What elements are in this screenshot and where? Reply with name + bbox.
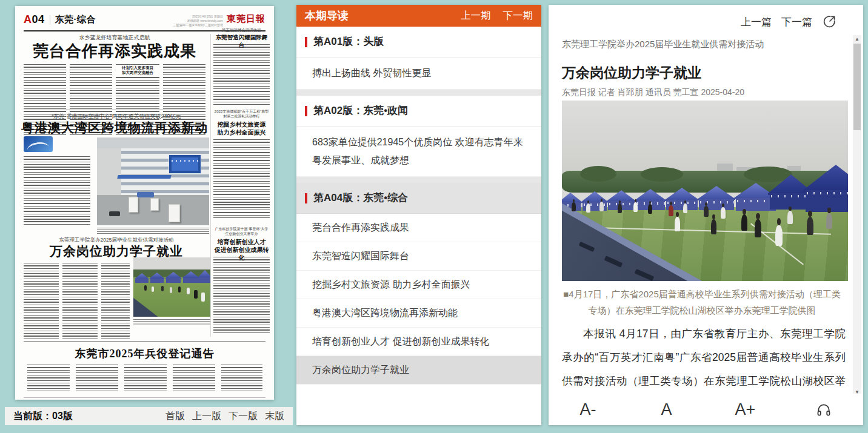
headline-line: 挖掘乡村文旅资源 xyxy=(218,121,266,128)
side3-kicker: 广东科技学院第十届“攀登杯”大学生创新创业大赛举办 xyxy=(213,226,270,236)
person-figure xyxy=(152,286,154,292)
body-text-block xyxy=(101,263,130,342)
person-figure xyxy=(194,290,198,299)
article1-headline[interactable]: 莞台合作再添实践成果 xyxy=(24,41,205,62)
person-figure xyxy=(161,286,164,291)
side1-kicker: 第五届消博会圆满收官 xyxy=(213,28,270,33)
article3-photo xyxy=(133,257,210,317)
article-photo xyxy=(562,101,848,281)
next-page-link[interactable]: 下一版 xyxy=(229,410,258,423)
last-page-link[interactable]: 末版 xyxy=(265,410,284,423)
photo-truck xyxy=(129,197,138,213)
photo-building-wing xyxy=(97,148,122,197)
photo-caption: ■4月17日，广东省2025届普通高校毕业生系列供需对接活动（理工类专场）在东莞… xyxy=(562,286,842,319)
newspaper-page-preview[interactable]: A04 东莞·综合 2025年4月20日 星期日 发稿邮箱 www.timedg… xyxy=(15,6,274,400)
date-line: 三版编辑/二版发布校对/三版校对整理 xyxy=(173,23,223,27)
photo-truck xyxy=(169,204,180,222)
section-header-a04[interactable]: 第A04版：东莞•综合 xyxy=(296,183,541,214)
font-smaller-button[interactable]: A- xyxy=(549,394,627,425)
section-header-a01[interactable]: 第A01版：头版 xyxy=(296,27,541,58)
photo-car xyxy=(109,211,120,216)
toc-article-item[interactable]: 东莞智造闪耀国际舞台 xyxy=(296,242,541,271)
person-figure xyxy=(787,211,793,224)
red-bar-icon xyxy=(305,193,307,203)
toc-article-item[interactable]: 莞台合作再添实践成果 xyxy=(296,214,541,242)
toc-article-item[interactable]: 培育创新创业人才 促进创新创业成果转化 xyxy=(296,328,541,356)
date-line: 2025年4月20日 星期日 xyxy=(173,15,223,19)
notice-headline[interactable]: 东莞市2025年兵役登记通告 xyxy=(24,346,265,361)
person-figure xyxy=(721,207,726,219)
subhead-line: 加大两岸交流融合 xyxy=(122,70,153,74)
header-divider xyxy=(50,15,50,25)
body-text-block xyxy=(213,257,270,333)
person-figure xyxy=(807,217,813,235)
person-figure xyxy=(683,203,687,213)
billboard-panel xyxy=(172,157,198,171)
article2-photo xyxy=(97,137,209,225)
person-figure xyxy=(618,203,622,213)
logistics-badge-graphic xyxy=(24,136,53,152)
toc-article-item[interactable]: 683家单位提供21945个优质岗位 欢迎有志青年来粤发展事业、成就梦想 xyxy=(296,127,541,177)
section-gap xyxy=(296,90,541,96)
side2-kicker: 2025文旅体赋能“百千万工程”典型村第二批巡礼活动举行 xyxy=(213,109,270,119)
page-code-number: 04 xyxy=(32,13,45,26)
person-figure xyxy=(826,213,832,229)
article-title: 万余岗位助力学子就业 xyxy=(562,64,701,82)
issue-guide-header: 本期导读 上一期 下一期 xyxy=(296,5,541,27)
person-figure xyxy=(675,217,680,231)
article-reader-panel: 上一篇 下一篇 东莞理工学院举办2025届毕业生就业供需对接活动 万余岗位助力学… xyxy=(549,5,863,425)
date-line: 发稿邮箱 www.timedg.com xyxy=(173,19,223,23)
toc-article-item[interactable]: 挖掘乡村文旅资源 助力乡村全面振兴 xyxy=(296,271,541,299)
person-figure xyxy=(586,203,590,213)
scrollbar-thumb[interactable] xyxy=(853,44,861,130)
scroll-up-arrow[interactable]: ▲ xyxy=(853,35,861,43)
page-navigation-bar: 当前版：03版 首版 上一版 下一版 末版 xyxy=(5,407,293,425)
page-code-letter: A xyxy=(24,13,32,26)
person-figure xyxy=(704,206,709,217)
reader-scrollbar[interactable]: ▲ ▼ xyxy=(853,35,861,396)
article1-subhead: 计划引入更多项目 加大两岸交流融合 xyxy=(116,65,159,76)
person-figure xyxy=(170,287,172,293)
notice-article: 东莞市2025年兵役登记通告 xyxy=(24,341,265,398)
listen-audio-button[interactable] xyxy=(784,394,863,425)
font-normal-button[interactable]: A xyxy=(627,394,706,425)
prev-page-link[interactable]: 上一版 xyxy=(192,410,221,423)
toc-article-item[interactable]: 搏出上扬曲线 外贸韧性更显 xyxy=(296,58,541,90)
person-figure xyxy=(633,202,638,212)
prev-issue-link[interactable]: 上一期 xyxy=(461,9,491,22)
toc-article-item-active[interactable]: 万余岗位助力学子就业 xyxy=(296,356,541,385)
photo-truck xyxy=(150,198,159,211)
section-card-a04: 第A04版：东莞•综合 莞台合作再添实践成果 东莞智造闪耀国际舞台 挖掘乡村文旅… xyxy=(296,183,541,385)
section-label: 第A01版：头版 xyxy=(313,27,384,57)
article-kicker: 东莞理工学院举办2025届毕业生就业供需对接活动 xyxy=(562,39,764,50)
tent-graphic xyxy=(198,270,210,283)
red-bar-icon xyxy=(305,106,307,116)
first-page-link[interactable]: 首版 xyxy=(165,410,185,423)
body-text-block xyxy=(213,44,270,105)
font-larger-button[interactable]: A+ xyxy=(706,394,785,425)
prev-article-link[interactable]: 上一篇 xyxy=(741,15,772,29)
section-label: 第A04版：东莞•综合 xyxy=(313,183,408,213)
headline-line: 培育创新创业人才 xyxy=(218,239,266,245)
headphone-icon xyxy=(816,402,832,417)
column-rule xyxy=(210,34,211,337)
body-text-block xyxy=(221,365,262,392)
open-external-icon[interactable] xyxy=(822,15,836,29)
toc-article-item[interactable]: 粤港澳大湾区跨境物流再添新动能 xyxy=(296,299,541,328)
article-nav: 上一篇 下一篇 xyxy=(741,15,836,29)
person-figure xyxy=(755,219,761,237)
panel-filler xyxy=(296,385,541,425)
subhead-line: 计划引入更多项目 xyxy=(122,65,153,70)
side2-headline[interactable]: 挖掘乡村文旅资源 助力乡村全面振兴 xyxy=(213,121,270,136)
next-issue-link[interactable]: 下一期 xyxy=(503,9,533,22)
next-article-link[interactable]: 下一篇 xyxy=(781,15,812,29)
section-header-a02[interactable]: 第A02版：东莞•政闻 xyxy=(296,96,541,127)
person-figure xyxy=(775,225,783,246)
person-figure xyxy=(178,286,181,293)
body-text-block xyxy=(124,365,167,392)
tent-graphic xyxy=(135,273,149,283)
person-figure xyxy=(648,204,652,214)
person-figure xyxy=(572,202,576,211)
body-text-block xyxy=(24,263,59,342)
person-figure xyxy=(711,219,716,234)
